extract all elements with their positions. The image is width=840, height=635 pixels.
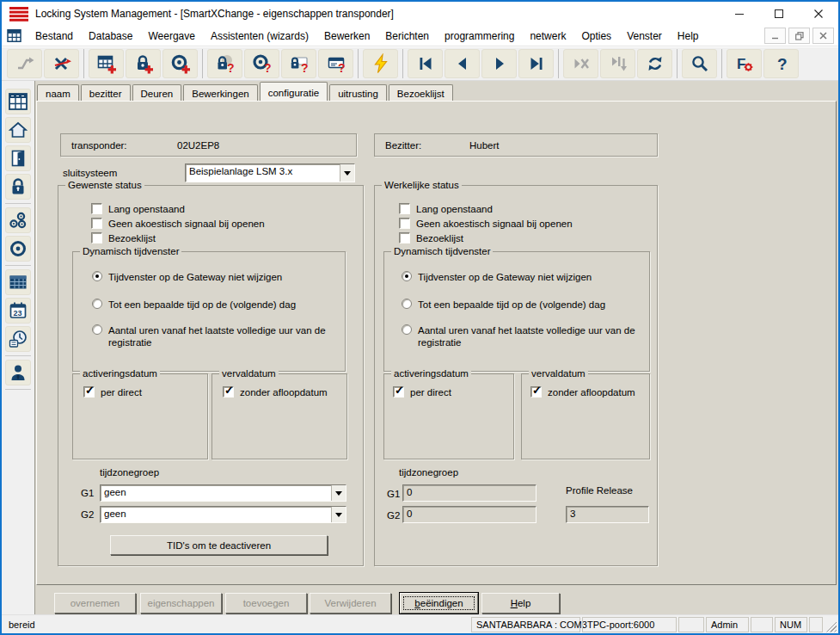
mdi-restore-button[interactable] <box>788 28 810 44</box>
menu-berichten[interactable]: Berichten <box>377 28 437 45</box>
filter-settings-icon[interactable]: F <box>727 49 762 78</box>
nav-last-icon[interactable] <box>518 49 554 78</box>
schedule-matrix-icon[interactable] <box>5 269 31 295</box>
program-flash-icon[interactable] <box>363 49 398 78</box>
checkbox[interactable] <box>393 386 404 398</box>
nav-jump-down-icon[interactable] <box>600 49 635 78</box>
checkbox-row[interactable]: zonder afloopdatum <box>530 386 635 398</box>
checkbox[interactable] <box>91 203 102 214</box>
menu-database[interactable]: Database <box>81 28 140 45</box>
nav-next-icon[interactable] <box>481 49 517 78</box>
overnemen-button[interactable]: overnemen <box>54 593 136 613</box>
reset-programming-icon[interactable] <box>44 49 79 78</box>
read-transponder-icon[interactable]: ? <box>244 49 279 78</box>
g1-combobox[interactable]: geen <box>100 484 346 502</box>
chevron-down-icon[interactable] <box>340 164 354 182</box>
checkbox[interactable] <box>530 386 542 398</box>
menu-assistenten[interactable]: Assistenten (wizards) <box>203 28 316 45</box>
menu-bestand[interactable]: Bestand <box>28 28 81 45</box>
menu-venster[interactable]: Venster <box>619 28 670 45</box>
radio-button[interactable] <box>92 324 102 335</box>
radio-row[interactable]: Aantal uren vanaf het laatste volledige … <box>402 324 637 348</box>
checkbox-row[interactable]: Lang openstaand <box>91 203 185 215</box>
checkbox[interactable] <box>83 386 95 398</box>
calendar-icon[interactable]: 23 <box>5 298 31 324</box>
chevron-down-icon[interactable] <box>331 485 346 501</box>
eigenschappen-button[interactable]: eigenschappen <box>140 593 222 613</box>
nav-first-icon[interactable] <box>408 49 443 78</box>
tab-bewerkingen[interactable]: Bewerkingen <box>183 84 257 101</box>
read-card-icon[interactable]: ? <box>318 49 353 78</box>
menu-programmering[interactable]: programmering <box>437 28 522 45</box>
new-transponder-icon[interactable] <box>162 49 198 78</box>
chevron-down-icon[interactable] <box>331 507 346 522</box>
new-locking-system-icon[interactable] <box>89 49 124 78</box>
tab-configuratie[interactable]: configuratie <box>260 82 328 101</box>
help-icon[interactable]: ? <box>763 49 799 78</box>
transponder-icon[interactable] <box>5 236 31 262</box>
tab-uitrusting[interactable]: uitrusting <box>329 84 387 101</box>
checkbox[interactable] <box>399 218 410 229</box>
jump-arrow-icon[interactable] <box>7 49 42 78</box>
mdi-system-menu-icon[interactable] <box>7 29 21 42</box>
radio-button[interactable] <box>402 271 412 281</box>
radio-button[interactable] <box>402 299 412 309</box>
checkbox-row[interactable]: Bezoeklijst <box>91 232 156 244</box>
checkbox[interactable] <box>399 203 410 214</box>
read-lock-g2-icon[interactable]: ? <box>281 49 316 78</box>
checkbox-row[interactable]: zonder afloopdatum <box>223 386 328 398</box>
nav-cancel-icon[interactable] <box>563 49 598 78</box>
checkbox[interactable] <box>91 232 102 244</box>
maximize-button[interactable] <box>759 2 799 26</box>
minimize-button[interactable] <box>720 2 759 26</box>
checkbox-row[interactable]: Bezoeklijst <box>399 232 463 244</box>
g2-combobox[interactable]: geen <box>100 506 346 523</box>
radio-row[interactable]: Tot een bepaalde tijd op de (volgende) d… <box>402 299 639 311</box>
radio-button[interactable] <box>92 271 102 281</box>
toevoegen-button[interactable]: toevoegen <box>225 593 307 613</box>
help-button[interactable]: Help <box>481 593 560 613</box>
door-icon[interactable] <box>5 145 31 171</box>
checkbox-row[interactable]: Geen akoestisch signaal bij openen <box>91 218 265 230</box>
checkbox-row[interactable]: Geen akoestisch signaal bij openen <box>399 218 573 230</box>
lock-icon[interactable] <box>5 174 31 200</box>
tid-deactivate-button[interactable]: TID's om te deactiveren <box>110 535 328 555</box>
checkbox[interactable] <box>223 386 234 398</box>
radio-row[interactable]: Tot een bepaalde tijd op de (volgende) d… <box>92 299 333 311</box>
radio-button[interactable] <box>92 299 102 309</box>
new-lock-icon[interactable] <box>126 49 161 78</box>
tab-bezitter[interactable]: bezitter <box>81 84 131 101</box>
beeindigen-button[interactable]: beëindigen <box>400 593 478 613</box>
read-lock-icon[interactable]: ? <box>207 49 242 78</box>
menu-opties[interactable]: Opties <box>573 28 619 45</box>
checkbox[interactable] <box>399 232 410 244</box>
radio-button[interactable] <box>402 324 412 335</box>
close-button[interactable] <box>799 2 838 26</box>
checkbox-row[interactable]: per direct <box>393 386 451 398</box>
verwijderen-button[interactable]: Verwijderen <box>310 593 391 613</box>
menu-bewerken[interactable]: Bewerken <box>316 28 377 45</box>
refresh-icon[interactable] <box>637 49 672 78</box>
mdi-minimize-button[interactable] <box>764 28 786 44</box>
radio-row[interactable]: Aantal uren vanaf het laatste volledige … <box>92 324 331 348</box>
menu-help[interactable]: Help <box>670 28 707 45</box>
person-icon[interactable] <box>5 360 31 385</box>
locking-system-icon[interactable] <box>5 117 31 143</box>
transponder-group-icon[interactable] <box>5 207 31 233</box>
tab-bezoeklijst[interactable]: Bezoeklijst <box>389 84 453 101</box>
checkbox-row[interactable]: per direct <box>83 386 142 398</box>
checkbox[interactable] <box>91 218 102 229</box>
time-zone-clock-icon[interactable] <box>5 326 31 352</box>
tab-deuren[interactable]: Deuren <box>132 84 182 101</box>
nav-previous-icon[interactable] <box>445 49 480 78</box>
mdi-close-button[interactable] <box>812 28 834 44</box>
tab-naam[interactable]: naam <box>37 84 79 101</box>
radio-row[interactable]: Tijdvenster op de Gateway niet wijzigen <box>92 271 333 283</box>
menu-weergave[interactable]: Weergave <box>140 28 202 45</box>
checkbox-row[interactable]: Lang openstaand <box>399 203 493 215</box>
matrix-view-icon[interactable] <box>5 89 31 114</box>
search-icon[interactable] <box>682 49 717 78</box>
sluitsysteem-combobox[interactable]: Beispielanlage LSM 3.x <box>185 163 355 182</box>
menu-netwerk[interactable]: netwerk <box>522 28 573 45</box>
radio-row[interactable]: Tijdvenster op de Gateway niet wijzigen <box>402 271 639 283</box>
